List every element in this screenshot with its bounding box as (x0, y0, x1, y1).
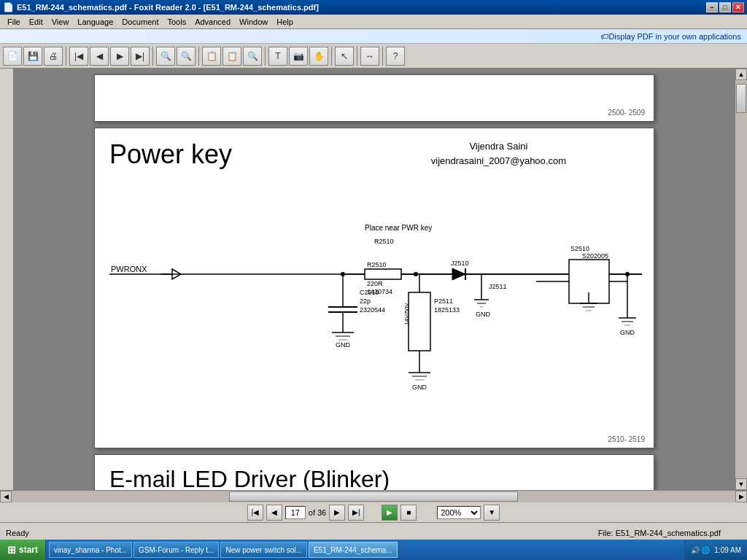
author-email: vijendrasaini_2007@yahoo.com (431, 154, 566, 168)
expand-button[interactable]: ↔ (360, 47, 379, 66)
first-page-button[interactable]: |◀ (69, 47, 88, 66)
schematic-title: Power key (109, 139, 232, 170)
next-page-button[interactable]: ▶ (110, 47, 129, 66)
menu-bar: File Edit View Language Document Tools A… (0, 15, 747, 29)
svg-text:GND: GND (412, 384, 427, 391)
fit-width-button[interactable]: 📋 (222, 47, 241, 66)
title-bar: 📄 E51_RM-244_schematics.pdf - Foxit Read… (0, 0, 747, 15)
svg-text:GND: GND (336, 341, 351, 349)
separator-2 (152, 47, 153, 66)
fit-page-button[interactable]: 📋 (202, 47, 221, 66)
menu-advanced[interactable]: Advanced (190, 17, 235, 27)
zoom-out-button[interactable]: 🔍 (156, 47, 175, 66)
snapshot-button[interactable]: 📷 (289, 47, 308, 66)
taskbar-item-3[interactable]: E51_RM-244_schema... (309, 542, 398, 558)
near-pwrkey-label: Place near PWR key (365, 224, 432, 232)
ad-text: 🏷 (600, 32, 608, 41)
pdf-page-mid: Power key Vijendra Saini vijendrasaini_2… (94, 128, 654, 448)
menu-tools[interactable]: Tools (163, 17, 190, 27)
svg-text:S202005: S202005 (582, 252, 608, 260)
menu-help[interactable]: Help (272, 17, 298, 27)
horizontal-scrollbar[interactable]: ◀ ▶ (0, 490, 747, 502)
taskbar-items: vinay_sharma - Phot... GSM-Forum - Reply… (46, 540, 684, 560)
menu-document[interactable]: Document (117, 17, 163, 27)
scroll-right-button[interactable]: ▶ (735, 491, 747, 502)
save-button[interactable]: 💾 (23, 47, 42, 66)
close-button[interactable]: ✕ (732, 2, 744, 12)
separator-6 (357, 47, 357, 66)
vertical-scrollbar[interactable]: ▲ ▼ (735, 69, 747, 490)
zoom-selector[interactable]: 200% 150% 100% 75% (437, 506, 481, 519)
menu-view[interactable]: View (47, 17, 74, 27)
svg-text:S2510: S2510 (570, 245, 589, 252)
svg-text:1825133: 1825133 (434, 306, 460, 314)
find-button[interactable]: 🔍 (243, 47, 262, 66)
print-button[interactable]: 🖨 (44, 47, 63, 66)
separator-4 (265, 47, 266, 66)
windows-logo: ⊞ (7, 544, 16, 556)
help-button[interactable]: ? (386, 47, 405, 66)
hscroll-track[interactable] (12, 491, 735, 502)
systray-icons: 🔊 🌐 (691, 546, 711, 554)
scroll-down-button[interactable]: ▼ (735, 478, 747, 490)
svg-text:1430734: 1430734 (367, 288, 392, 295)
taskbar-item-1[interactable]: GSM-Forum - Reply t... (133, 542, 219, 558)
page-info: of 36 (285, 506, 326, 519)
pdf-page-top: 2500- 2509 (94, 74, 654, 122)
hand-tool-button[interactable]: ✋ (309, 47, 328, 66)
separator-7 (382, 47, 383, 66)
new-button[interactable]: 📄 (3, 47, 22, 66)
hscroll-thumb[interactable] (229, 491, 519, 502)
status-ready: Ready (6, 529, 50, 537)
scroll-up-button[interactable]: ▲ (735, 69, 747, 80)
page-total: of 36 (309, 508, 326, 517)
svg-marker-24 (452, 268, 465, 280)
circuit-diagram: Place near PWR key R2510 PWRONX (95, 187, 655, 490)
menu-window[interactable]: Window (235, 17, 272, 27)
page-range-mid: 2510- 2519 (608, 435, 645, 443)
taskbar-systray: 🔊 🌐 1:09 AM (684, 540, 747, 560)
scroll-thumb[interactable] (736, 84, 746, 113)
stop-button[interactable]: ■ (400, 505, 417, 521)
maximize-button[interactable]: □ (719, 2, 731, 12)
scroll-left-button[interactable]: ◀ (0, 491, 12, 502)
svg-point-56 (625, 272, 630, 276)
svg-text:22p: 22p (360, 298, 371, 305)
left-margin (0, 69, 13, 490)
toolbar: 📄 💾 🖨 |◀ ◀ ▶ ▶| 🔍 🔍 📋 📋 🔍 T 📷 ✋ ↖ ↔ ? (0, 44, 747, 69)
svg-text:GND: GND (476, 311, 491, 318)
play-button[interactable]: ▶ (382, 505, 398, 521)
next-page-nav[interactable]: ▶ (329, 505, 345, 521)
navigation-bar: |◀ ◀ of 36 ▶ ▶| ▶ ■ 200% 150% 100% 75% ▼ (0, 502, 747, 522)
svg-text:2320544: 2320544 (360, 306, 385, 314)
first-page-nav[interactable]: |◀ (247, 505, 263, 521)
bottom-page-title: E-mail LED Driver (Blinker) (109, 466, 390, 490)
last-page-button[interactable]: ▶| (131, 47, 150, 66)
clock: 1:09 AM (714, 546, 741, 554)
schematic-author: Vijendra Saini vijendrasaini_2007@yahoo.… (431, 139, 566, 168)
separator-5 (331, 47, 332, 66)
pdf-viewport[interactable]: 2500- 2509 Power key Vijendra Saini vije… (13, 69, 735, 490)
prev-page-nav[interactable]: ◀ (266, 505, 282, 521)
scroll-track[interactable] (735, 80, 747, 478)
taskbar-item-0[interactable]: vinay_sharma - Phot... (49, 542, 132, 558)
main-area: 2500- 2509 Power key Vijendra Saini vije… (0, 69, 747, 490)
page-number-input[interactable] (285, 506, 306, 519)
svg-text:GND: GND (620, 329, 635, 336)
svg-text:J2510: J2510 (451, 260, 469, 267)
separator-1 (66, 47, 66, 66)
select-text-button[interactable]: T (268, 47, 287, 66)
svg-text:P2511: P2511 (434, 298, 453, 305)
menu-edit[interactable]: Edit (25, 17, 47, 27)
minimize-button[interactable]: − (706, 2, 718, 12)
titlebar-controls[interactable]: − □ ✕ (706, 2, 744, 12)
menu-language[interactable]: Language (73, 17, 117, 27)
prev-page-button[interactable]: ◀ (90, 47, 109, 66)
zoom-dropdown[interactable]: ▼ (484, 505, 500, 521)
menu-file[interactable]: File (3, 17, 25, 27)
last-page-nav[interactable]: ▶| (348, 505, 364, 521)
start-button[interactable]: ⊞ start (0, 540, 46, 560)
zoom-in-button[interactable]: 🔍 (177, 47, 196, 66)
taskbar-item-2[interactable]: New power switch sol... (220, 542, 306, 558)
cursor-button[interactable]: ↖ (335, 47, 354, 66)
